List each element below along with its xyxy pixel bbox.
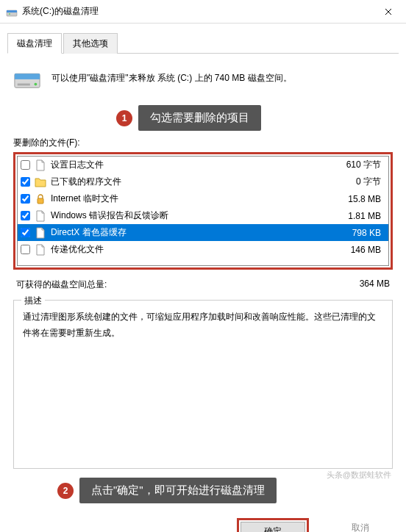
intro-section: 可以使用"磁盘清理"来释放 系统 (C:) 上的 740 MB 磁盘空间。 bbox=[13, 64, 393, 92]
file-size: 0 字节 bbox=[356, 176, 384, 188]
svg-point-6 bbox=[35, 83, 38, 86]
file-size: 798 KB bbox=[352, 228, 384, 238]
svg-point-2 bbox=[9, 13, 10, 15]
annotation-badge-2: 2 bbox=[57, 483, 74, 499]
file-checkbox[interactable] bbox=[21, 177, 30, 187]
drive-icon bbox=[13, 64, 41, 92]
file-size: 1.81 MB bbox=[348, 211, 384, 221]
file-row[interactable]: 已下载的程序文件0 字节 bbox=[18, 173, 388, 190]
description-group: 描述 通过清理图形系统创建的文件，可缩短应用程序加载时间和改善响应性能。这些已清… bbox=[13, 300, 393, 469]
file-row[interactable]: DirectX 着色器缓存798 KB bbox=[18, 224, 388, 241]
annotation-text-2: 点击"确定"，即可开始进行磁盘清理 bbox=[79, 478, 277, 503]
annotation-1: 1 勾选需要删除的项目 bbox=[116, 105, 393, 131]
annotation-badge-1: 1 bbox=[116, 110, 132, 126]
file-name: 已下载的程序文件 bbox=[51, 176, 356, 188]
annotation-text-1: 勾选需要删除的项目 bbox=[138, 105, 261, 131]
watermark: 头条@数据蛙软件 bbox=[327, 470, 391, 481]
file-checkbox[interactable] bbox=[21, 194, 30, 204]
file-row[interactable]: 传递优化文件146 MB bbox=[18, 241, 388, 258]
annotation-2: 2 点击"确定"，即可开始进行磁盘清理 bbox=[57, 478, 393, 503]
file-name: 设置日志文件 bbox=[51, 159, 346, 171]
file-row[interactable]: Windows 错误报告和反馈诊断1.81 MB bbox=[18, 207, 388, 224]
files-to-delete-label: 要删除的文件(F): bbox=[13, 137, 393, 149]
file-checkbox[interactable] bbox=[21, 160, 30, 170]
page-icon bbox=[35, 244, 46, 256]
file-size: 610 字节 bbox=[346, 159, 384, 171]
ok-button[interactable]: 确定 bbox=[241, 522, 305, 532]
lock-icon bbox=[35, 193, 46, 205]
file-checkbox[interactable] bbox=[21, 228, 30, 237]
total-row: 可获得的磁盘空间总量: 364 MB bbox=[13, 277, 393, 292]
page-icon bbox=[35, 227, 46, 239]
tab-more-options[interactable]: 其他选项 bbox=[63, 33, 118, 54]
description-legend: 描述 bbox=[21, 295, 45, 307]
svg-rect-5 bbox=[18, 84, 30, 86]
file-name: 传递优化文件 bbox=[51, 243, 351, 256]
page-icon bbox=[35, 210, 46, 222]
file-row[interactable]: 设置日志文件610 字节 bbox=[18, 157, 388, 173]
page-icon bbox=[35, 159, 46, 171]
svg-rect-7 bbox=[38, 198, 43, 204]
file-checkbox[interactable] bbox=[21, 245, 30, 254]
titlebar: 系统(C:)的磁盘清理 bbox=[0, 0, 406, 24]
intro-text: 可以使用"磁盘清理"来释放 系统 (C:) 上的 740 MB 磁盘空间。 bbox=[51, 71, 292, 85]
file-name: Windows 错误报告和反馈诊断 bbox=[51, 209, 348, 222]
svg-rect-4 bbox=[15, 73, 40, 79]
cancel-button[interactable]: 取消 bbox=[328, 518, 393, 532]
file-checkbox[interactable] bbox=[21, 211, 30, 220]
file-size: 146 MB bbox=[351, 245, 384, 255]
close-button[interactable] bbox=[374, 1, 403, 23]
description-text: 通过清理图形系统创建的文件，可缩短应用程序加载时间和改善响应性能。这些已清理的文… bbox=[23, 309, 383, 341]
file-name: DirectX 着色器缓存 bbox=[51, 226, 352, 239]
ok-button-highlight: 确定 bbox=[237, 518, 309, 532]
tab-strip: 磁盘清理 其他选项 bbox=[7, 32, 399, 54]
file-list-highlight: 设置日志文件610 字节已下载的程序文件0 字节Internet 临时文件15.… bbox=[13, 152, 393, 270]
main-content: 可以使用"磁盘清理"来释放 系统 (C:) 上的 740 MB 磁盘空间。 1 … bbox=[0, 54, 406, 518]
total-value: 364 MB bbox=[360, 278, 390, 291]
folder-icon bbox=[35, 176, 46, 188]
window-title: 系统(C:)的磁盘清理 bbox=[22, 5, 374, 18]
tab-disk-cleanup[interactable]: 磁盘清理 bbox=[7, 33, 62, 54]
dialog-buttons: 确定 取消 bbox=[0, 518, 406, 532]
file-name: Internet 临时文件 bbox=[51, 193, 348, 205]
file-list[interactable]: 设置日志文件610 字节已下载的程序文件0 字节Internet 临时文件15.… bbox=[17, 156, 389, 266]
file-size: 15.8 MB bbox=[348, 194, 384, 204]
file-row[interactable]: Internet 临时文件15.8 MB bbox=[18, 190, 388, 207]
disk-cleanup-icon bbox=[6, 6, 18, 18]
svg-rect-1 bbox=[7, 10, 17, 12]
total-label: 可获得的磁盘空间总量: bbox=[16, 278, 107, 291]
